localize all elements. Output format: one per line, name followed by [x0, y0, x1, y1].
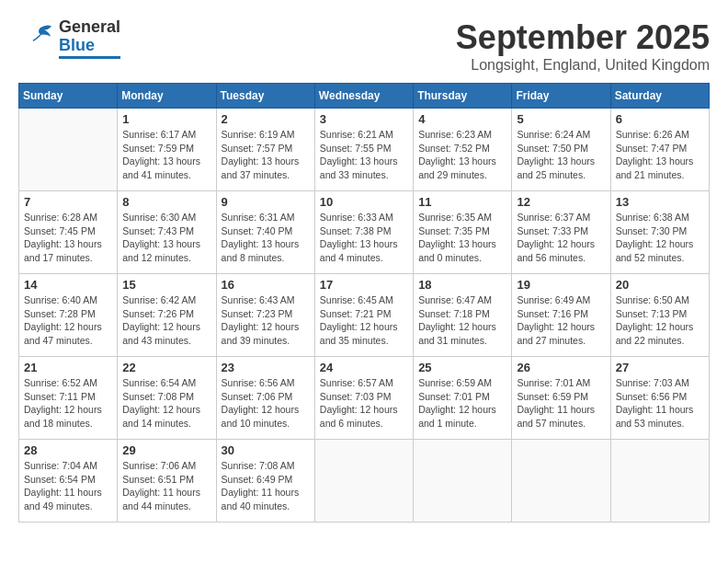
day-info: Sunrise: 6:42 AMSunset: 7:26 PMDaylight:…: [122, 293, 210, 348]
day-number: 14: [24, 278, 112, 292]
day-info: Sunrise: 6:17 AMSunset: 7:59 PMDaylight:…: [122, 128, 210, 182]
day-number: 11: [418, 195, 506, 209]
day-number: 6: [616, 112, 704, 126]
day-number: 15: [122, 278, 210, 292]
logo: General Blue: [18, 18, 120, 59]
day-number: 21: [24, 361, 112, 374]
calendar-cell: 29Sunrise: 7:06 AMSunset: 6:51 PMDayligh…: [118, 440, 216, 523]
calendar-week-row: 7Sunrise: 6:28 AMSunset: 7:45 PMDaylight…: [19, 191, 710, 274]
day-info: Sunrise: 6:33 AMSunset: 7:38 PMDaylight:…: [320, 211, 408, 265]
calendar-cell: 21Sunrise: 6:52 AMSunset: 7:11 PMDayligh…: [19, 357, 118, 440]
location: Longsight, England, United Kingdom: [456, 57, 710, 74]
day-info: Sunrise: 6:59 AMSunset: 7:01 PMDaylight:…: [418, 376, 506, 431]
day-info: Sunrise: 6:43 AMSunset: 7:23 PMDaylight:…: [222, 293, 310, 348]
calendar-cell: 9Sunrise: 6:31 AMSunset: 7:40 PMDaylight…: [216, 191, 314, 274]
calendar-cell: 12Sunrise: 6:37 AMSunset: 7:33 PMDayligh…: [512, 191, 610, 274]
day-info: Sunrise: 6:49 AMSunset: 7:16 PMDaylight:…: [517, 293, 605, 348]
calendar-table: SundayMondayTuesdayWednesdayThursdayFrid…: [18, 83, 710, 523]
day-number: 30: [222, 443, 310, 457]
weekday-header: Thursday: [414, 84, 512, 109]
logo-general-text: General: [59, 17, 120, 36]
day-number: 4: [418, 112, 506, 126]
day-number: 3: [320, 112, 408, 126]
calendar-cell: 22Sunrise: 6:54 AMSunset: 7:08 PMDayligh…: [118, 357, 216, 440]
day-number: 22: [122, 361, 210, 374]
day-info: Sunrise: 7:08 AMSunset: 6:49 PMDaylight:…: [222, 459, 310, 513]
calendar-cell: [314, 440, 413, 523]
month-title: September 2025: [456, 18, 710, 57]
calendar-cell: 25Sunrise: 6:59 AMSunset: 7:01 PMDayligh…: [414, 357, 512, 440]
calendar-cell: 13Sunrise: 6:38 AMSunset: 7:30 PMDayligh…: [610, 191, 709, 274]
day-info: Sunrise: 6:54 AMSunset: 7:08 PMDaylight:…: [122, 376, 210, 431]
weekday-header: Sunday: [19, 84, 118, 109]
day-number: 5: [517, 112, 605, 126]
day-number: 24: [320, 361, 408, 374]
day-info: Sunrise: 7:03 AMSunset: 6:56 PMDaylight:…: [616, 376, 704, 431]
calendar-cell: 3Sunrise: 6:21 AMSunset: 7:55 PMDaylight…: [314, 109, 413, 191]
day-number: 29: [122, 443, 210, 457]
day-info: Sunrise: 6:24 AMSunset: 7:50 PMDaylight:…: [517, 128, 605, 182]
day-number: 7: [24, 195, 112, 209]
calendar-cell: 1Sunrise: 6:17 AMSunset: 7:59 PMDaylight…: [118, 109, 216, 191]
logo-icon: [18, 20, 55, 57]
day-info: Sunrise: 6:40 AMSunset: 7:28 PMDaylight:…: [24, 293, 112, 348]
day-info: Sunrise: 6:45 AMSunset: 7:21 PMDaylight:…: [320, 293, 408, 348]
day-number: 2: [222, 112, 310, 126]
calendar-cell: 2Sunrise: 6:19 AMSunset: 7:57 PMDaylight…: [216, 109, 314, 191]
day-number: 20: [616, 278, 704, 292]
calendar-cell: 20Sunrise: 6:50 AMSunset: 7:13 PMDayligh…: [610, 274, 709, 357]
calendar-cell: 15Sunrise: 6:42 AMSunset: 7:26 PMDayligh…: [118, 274, 216, 357]
day-number: 12: [517, 195, 605, 209]
calendar-week-row: 1Sunrise: 6:17 AMSunset: 7:59 PMDaylight…: [19, 109, 710, 191]
calendar-cell: 26Sunrise: 7:01 AMSunset: 6:59 PMDayligh…: [512, 357, 610, 440]
calendar-cell: 11Sunrise: 6:35 AMSunset: 7:35 PMDayligh…: [414, 191, 512, 274]
weekday-header: Tuesday: [216, 84, 314, 109]
calendar-cell: 28Sunrise: 7:04 AMSunset: 6:54 PMDayligh…: [19, 440, 118, 523]
calendar-cell: 6Sunrise: 6:26 AMSunset: 7:47 PMDaylight…: [610, 109, 709, 191]
calendar-cell: 30Sunrise: 7:08 AMSunset: 6:49 PMDayligh…: [216, 440, 314, 523]
day-info: Sunrise: 7:01 AMSunset: 6:59 PMDaylight:…: [517, 376, 605, 431]
day-info: Sunrise: 6:26 AMSunset: 7:47 PMDaylight:…: [616, 128, 704, 182]
calendar-cell: 27Sunrise: 7:03 AMSunset: 6:56 PMDayligh…: [610, 357, 709, 440]
day-number: 16: [222, 278, 310, 292]
logo-text: General Blue: [59, 18, 120, 59]
day-info: Sunrise: 6:35 AMSunset: 7:35 PMDaylight:…: [418, 211, 506, 265]
calendar-cell: 5Sunrise: 6:24 AMSunset: 7:50 PMDaylight…: [512, 109, 610, 191]
calendar-cell: [414, 440, 512, 523]
day-info: Sunrise: 6:21 AMSunset: 7:55 PMDaylight:…: [320, 128, 408, 182]
page-header: General Blue September 2025 Longsight, E…: [18, 18, 710, 74]
calendar-week-row: 28Sunrise: 7:04 AMSunset: 6:54 PMDayligh…: [19, 440, 710, 523]
calendar-cell: [610, 440, 709, 523]
calendar-cell: 24Sunrise: 6:57 AMSunset: 7:03 PMDayligh…: [314, 357, 413, 440]
day-number: 19: [517, 278, 605, 292]
calendar-header-row: SundayMondayTuesdayWednesdayThursdayFrid…: [19, 84, 710, 109]
day-info: Sunrise: 6:50 AMSunset: 7:13 PMDaylight:…: [616, 293, 704, 348]
day-number: 26: [517, 361, 605, 374]
day-number: 28: [24, 443, 112, 457]
weekday-header: Wednesday: [314, 84, 413, 109]
day-info: Sunrise: 6:31 AMSunset: 7:40 PMDaylight:…: [222, 211, 310, 265]
day-info: Sunrise: 6:28 AMSunset: 7:45 PMDaylight:…: [24, 211, 112, 265]
day-info: Sunrise: 7:06 AMSunset: 6:51 PMDaylight:…: [122, 459, 210, 513]
calendar-cell: [19, 109, 118, 191]
day-info: Sunrise: 6:30 AMSunset: 7:43 PMDaylight:…: [122, 211, 210, 265]
day-number: 9: [222, 195, 310, 209]
calendar-week-row: 21Sunrise: 6:52 AMSunset: 7:11 PMDayligh…: [19, 357, 710, 440]
calendar-cell: 10Sunrise: 6:33 AMSunset: 7:38 PMDayligh…: [314, 191, 413, 274]
day-number: 8: [122, 195, 210, 209]
day-info: Sunrise: 6:38 AMSunset: 7:30 PMDaylight:…: [616, 211, 704, 265]
weekday-header: Monday: [118, 84, 216, 109]
day-number: 23: [222, 361, 310, 374]
calendar-cell: 17Sunrise: 6:45 AMSunset: 7:21 PMDayligh…: [314, 274, 413, 357]
day-number: 27: [616, 361, 704, 374]
calendar-cell: 4Sunrise: 6:23 AMSunset: 7:52 PMDaylight…: [414, 109, 512, 191]
calendar-cell: 19Sunrise: 6:49 AMSunset: 7:16 PMDayligh…: [512, 274, 610, 357]
calendar-cell: 18Sunrise: 6:47 AMSunset: 7:18 PMDayligh…: [414, 274, 512, 357]
day-info: Sunrise: 6:47 AMSunset: 7:18 PMDaylight:…: [418, 293, 506, 348]
title-block: September 2025 Longsight, England, Unite…: [456, 18, 710, 74]
calendar-cell: 14Sunrise: 6:40 AMSunset: 7:28 PMDayligh…: [19, 274, 118, 357]
day-number: 1: [122, 112, 210, 126]
day-number: 10: [320, 195, 408, 209]
weekday-header: Saturday: [610, 84, 709, 109]
day-info: Sunrise: 6:19 AMSunset: 7:57 PMDaylight:…: [222, 128, 310, 182]
